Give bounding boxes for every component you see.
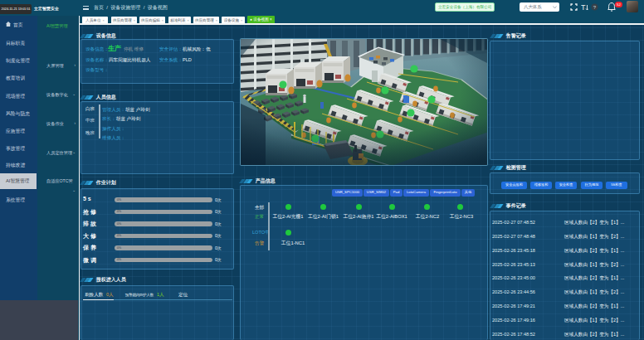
svg-text:T: T bbox=[581, 3, 586, 11]
